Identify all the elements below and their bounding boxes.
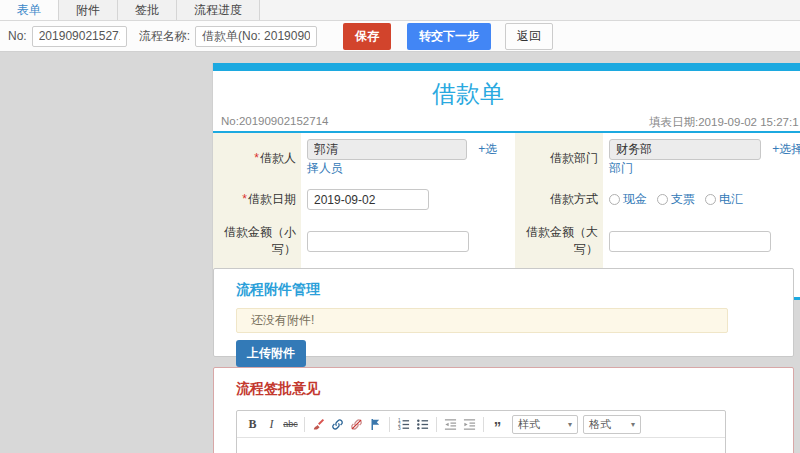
loan-date-input[interactable] (307, 189, 429, 210)
form-title: 借款单 (213, 71, 723, 113)
no-input[interactable] (32, 26, 127, 47)
tab-form[interactable]: 表单 (0, 0, 59, 20)
borrower-label: *借款人 (213, 133, 301, 183)
form-row-amounts: 借款金额（小写） 借款金额（大写） (213, 216, 800, 266)
tab-bar: 表单 附件 签批 流程进度 (0, 0, 800, 21)
radio-check[interactable]: 支票 (657, 191, 695, 208)
approval-title: 流程签批意见 (236, 380, 793, 398)
loan-form-panel: 借款单 No:20190902152714 填表日期:2019-09-02 15… (212, 63, 800, 300)
bulleted-list-icon[interactable] (413, 415, 432, 434)
forward-next-step-button[interactable]: 转交下一步 (407, 23, 491, 50)
form-row-date-method: *借款日期 借款方式 现金 支票 电汇 (213, 183, 800, 216)
radio-icon[interactable] (657, 194, 668, 205)
radio-icon[interactable] (705, 194, 716, 205)
toolbar-separator (389, 417, 390, 432)
back-button[interactable]: 返回 (505, 23, 553, 50)
loan-method-field: 现金 支票 电汇 (603, 183, 800, 216)
department-input[interactable] (609, 139, 761, 160)
command-bar: No: 流程名称: 保存 转交下一步 返回 (0, 21, 800, 52)
no-attachments-alert: 还没有附件! (236, 308, 728, 333)
format-dropdown[interactable]: 格式▾ (583, 415, 641, 434)
italic-icon[interactable]: I (262, 415, 281, 434)
form-meta-row: No:20190902152714 填表日期:2019-09-02 15:27:… (213, 113, 800, 131)
loan-date-label: *借款日期 (213, 183, 301, 216)
borrower-input[interactable] (307, 139, 467, 160)
loan-method-label: 借款方式 (515, 183, 603, 216)
approval-panel: 流程签批意见 B I abc 123 (213, 367, 794, 453)
flag-icon[interactable] (366, 415, 385, 434)
chevron-down-icon: ▾ (568, 420, 572, 429)
doc-no-text: No:20190902152714 (221, 115, 328, 127)
toolbar-separator (436, 417, 437, 432)
format-painter-icon[interactable] (309, 415, 328, 434)
loan-date-field (301, 183, 515, 216)
editor-toolbar: B I abc 123 (237, 411, 725, 438)
radio-wire[interactable]: 电汇 (705, 191, 743, 208)
amount-upper-field (603, 216, 800, 266)
tab-attachments[interactable]: 附件 (59, 0, 118, 20)
upload-attachment-button[interactable]: 上传附件 (236, 340, 306, 367)
attachments-panel: 流程附件管理 还没有附件! 上传附件 (213, 268, 794, 357)
editor-content-area[interactable] (237, 438, 725, 453)
amount-lower-input[interactable] (307, 231, 469, 252)
process-name-label: 流程名称: (139, 28, 190, 45)
amount-upper-input[interactable] (609, 231, 771, 252)
unlink-icon[interactable] (347, 415, 366, 434)
amount-lower-field (301, 216, 515, 266)
svg-text:3: 3 (398, 426, 401, 431)
required-mark: * (242, 192, 247, 206)
strikethrough-icon[interactable]: abc (281, 415, 300, 434)
department-label: 借款部门 (515, 133, 603, 183)
radio-cash[interactable]: 现金 (609, 191, 647, 208)
amount-upper-label: 借款金额（大写） (515, 216, 603, 266)
borrower-field: +选择人员 (301, 133, 515, 183)
save-button[interactable]: 保存 (343, 23, 391, 50)
bold-icon[interactable]: B (243, 415, 262, 434)
rich-text-editor: B I abc 123 (236, 410, 726, 453)
radio-icon[interactable] (609, 194, 620, 205)
attachments-title: 流程附件管理 (236, 281, 793, 299)
fill-date-text: 填表日期:2019-09-02 15:27:1 (649, 115, 799, 130)
blockquote-icon[interactable]: ” (488, 415, 507, 434)
process-name-input[interactable] (195, 26, 317, 47)
tab-process-progress[interactable]: 流程进度 (177, 0, 260, 20)
chevron-down-icon: ▾ (631, 420, 635, 429)
numbered-list-icon[interactable]: 123 (394, 415, 413, 434)
department-field: +选择部门 (603, 133, 800, 183)
indent-icon[interactable] (460, 415, 479, 434)
outdent-icon[interactable] (441, 415, 460, 434)
styles-dropdown[interactable]: 样式▾ (512, 415, 578, 434)
link-icon[interactable] (328, 415, 347, 434)
form-row-borrower-department: *借款人 +选择人员 借款部门 +选择部门 (213, 133, 800, 183)
toolbar-separator (483, 417, 484, 432)
tab-approval[interactable]: 签批 (118, 0, 177, 20)
amount-lower-label: 借款金额（小写） (213, 216, 301, 266)
panel-top-accent (213, 63, 800, 71)
toolbar-separator (304, 417, 305, 432)
no-label: No: (8, 29, 27, 43)
required-mark: * (254, 151, 259, 165)
